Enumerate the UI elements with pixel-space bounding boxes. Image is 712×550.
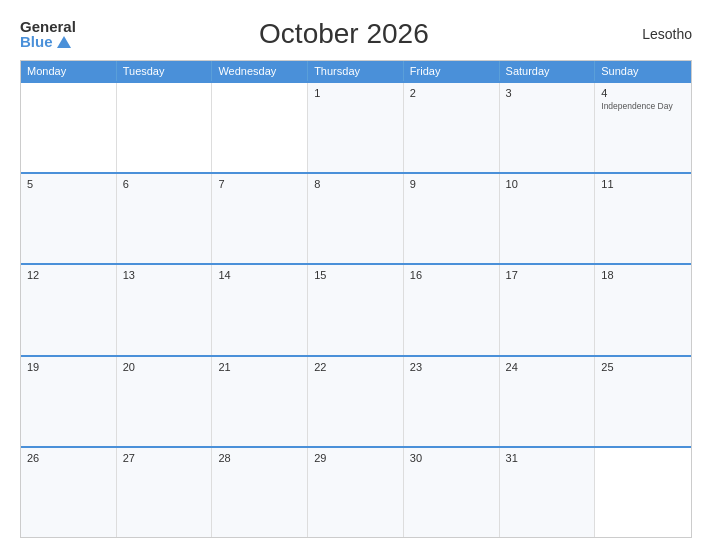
weekday-header-thursday: Thursday [308,61,404,81]
calendar-cell [21,83,117,172]
calendar-cell: 11 [595,174,691,263]
calendar-title: October 2026 [76,18,612,50]
calendar-cell: 18 [595,265,691,354]
day-number: 7 [218,178,301,190]
day-number: 28 [218,452,301,464]
calendar-cell: 4Independence Day [595,83,691,172]
day-number: 23 [410,361,493,373]
day-number: 6 [123,178,206,190]
logo-blue-label: Blue [20,34,53,49]
weekday-header-friday: Friday [404,61,500,81]
day-number: 21 [218,361,301,373]
day-number: 30 [410,452,493,464]
calendar-cell: 13 [117,265,213,354]
day-number: 12 [27,269,110,281]
calendar-cell: 3 [500,83,596,172]
calendar-cell [212,83,308,172]
calendar-cell [117,83,213,172]
calendar-cell: 8 [308,174,404,263]
day-number: 3 [506,87,589,99]
day-number: 18 [601,269,685,281]
calendar-header-row: MondayTuesdayWednesdayThursdayFridaySatu… [21,61,691,81]
calendar-cell: 24 [500,357,596,446]
calendar-week-4: 19202122232425 [21,355,691,446]
calendar-cell: 21 [212,357,308,446]
weekday-header-sunday: Sunday [595,61,691,81]
day-number: 26 [27,452,110,464]
country-label: Lesotho [612,26,692,42]
weekday-header-tuesday: Tuesday [117,61,213,81]
calendar-cell: 6 [117,174,213,263]
calendar-cell: 29 [308,448,404,537]
calendar-cell: 1 [308,83,404,172]
day-number: 4 [601,87,685,99]
day-number: 27 [123,452,206,464]
day-number: 31 [506,452,589,464]
day-number: 8 [314,178,397,190]
holiday-label: Independence Day [601,101,685,111]
calendar-week-5: 262728293031 [21,446,691,537]
calendar-cell: 10 [500,174,596,263]
header: General Blue October 2026 Lesotho [20,18,692,50]
logo-triangle-icon [57,36,71,48]
calendar-week-1: 1234Independence Day [21,81,691,172]
calendar-cell: 7 [212,174,308,263]
calendar-cell: 26 [21,448,117,537]
day-number: 19 [27,361,110,373]
calendar-week-2: 567891011 [21,172,691,263]
calendar-cell: 2 [404,83,500,172]
calendar-cell: 17 [500,265,596,354]
calendar-cell: 22 [308,357,404,446]
weekday-header-saturday: Saturday [500,61,596,81]
calendar-cell: 9 [404,174,500,263]
day-number: 10 [506,178,589,190]
day-number: 24 [506,361,589,373]
calendar-cell: 12 [21,265,117,354]
calendar-cell: 19 [21,357,117,446]
day-number: 20 [123,361,206,373]
calendar-cell: 30 [404,448,500,537]
calendar-cell: 23 [404,357,500,446]
calendar-cell: 20 [117,357,213,446]
day-number: 13 [123,269,206,281]
day-number: 15 [314,269,397,281]
calendar-cell: 5 [21,174,117,263]
calendar-cell: 25 [595,357,691,446]
calendar-cell: 31 [500,448,596,537]
logo-general-text: General [20,19,76,34]
page: General Blue October 2026 Lesotho Monday… [0,0,712,550]
calendar-cell: 14 [212,265,308,354]
day-number: 22 [314,361,397,373]
day-number: 14 [218,269,301,281]
day-number: 29 [314,452,397,464]
calendar-cell: 27 [117,448,213,537]
calendar-cell: 28 [212,448,308,537]
day-number: 25 [601,361,685,373]
calendar-body: 1234Independence Day56789101112131415161… [21,81,691,537]
calendar-cell: 15 [308,265,404,354]
day-number: 17 [506,269,589,281]
day-number: 2 [410,87,493,99]
day-number: 11 [601,178,685,190]
day-number: 9 [410,178,493,190]
weekday-header-monday: Monday [21,61,117,81]
calendar-week-3: 12131415161718 [21,263,691,354]
day-number: 5 [27,178,110,190]
logo-blue-text: Blue [20,34,76,49]
calendar-cell: 16 [404,265,500,354]
calendar-cell [595,448,691,537]
logo: General Blue [20,19,76,49]
calendar: MondayTuesdayWednesdayThursdayFridaySatu… [20,60,692,538]
day-number: 16 [410,269,493,281]
weekday-header-wednesday: Wednesday [212,61,308,81]
day-number: 1 [314,87,397,99]
